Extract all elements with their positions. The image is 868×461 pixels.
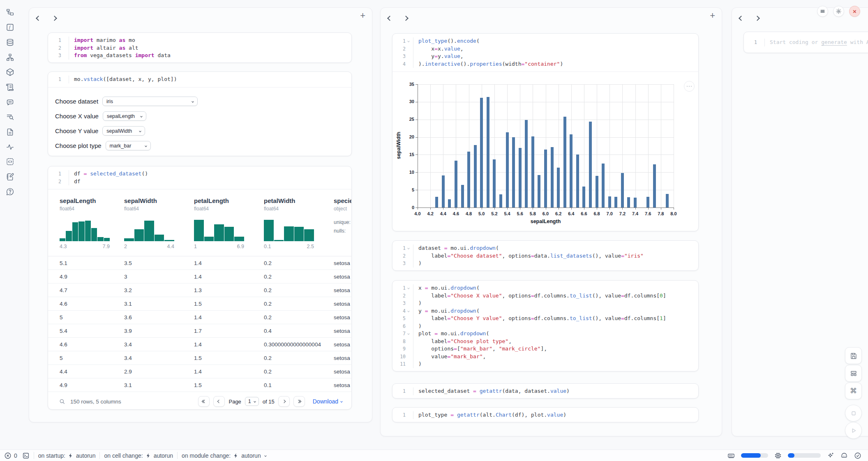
package-icon[interactable] xyxy=(5,67,15,77)
table-row[interactable]: 4.931.40.2setosa xyxy=(48,270,351,284)
search-outline-icon[interactable] xyxy=(5,112,15,122)
cell-dataset-dropdown[interactable]: 1dataset = mo.ui.dropdown(2 label="Choos… xyxy=(392,240,699,271)
table-cell: 0.2 xyxy=(264,369,334,375)
table-row[interactable]: 4.63.11.50.2setosa xyxy=(48,297,351,311)
nav-back-icon[interactable] xyxy=(388,14,392,22)
database-icon[interactable] xyxy=(5,37,15,47)
cell-selected-dataset[interactable]: 1selected_dataset = getattr(data, datase… xyxy=(392,383,699,399)
cell-scratch[interactable]: 1 Start coding or generate with AI. xyxy=(743,32,868,53)
hist-bar xyxy=(155,235,164,241)
run-button[interactable] xyxy=(845,422,862,439)
stop-button[interactable] xyxy=(845,405,862,422)
on-startup-setting[interactable]: on startup: autorun xyxy=(38,452,96,459)
help-icon[interactable] xyxy=(5,187,15,196)
code-line: 1plot_type = getattr(alt.Chart(df), plot… xyxy=(396,411,694,419)
documentation-icon[interactable] xyxy=(5,127,15,137)
cell-vstack[interactable]: 1mo.vstack([dataset, x, y, plot]) Choose… xyxy=(48,71,352,156)
chevron-down-icon xyxy=(264,454,267,457)
scratch-placeholder[interactable]: Start coding or generate with AI. xyxy=(764,39,868,46)
download-button[interactable]: Download xyxy=(313,398,342,405)
bar xyxy=(493,159,496,207)
cell-plot[interactable]: 1plot_type().encode(2 x=x.value,3 y=y.va… xyxy=(392,33,699,231)
add-cell-button[interactable]: + xyxy=(710,11,715,20)
connection-status-icon[interactable] xyxy=(854,452,861,459)
settings-button[interactable] xyxy=(833,6,844,17)
x-tick-label: 7.2 xyxy=(617,211,628,216)
dependency-graph-icon[interactable] xyxy=(5,52,15,62)
scratchpad-icon[interactable] xyxy=(5,172,15,182)
table-row[interactable]: 53.61.40.2setosa xyxy=(48,311,351,324)
copilot-button[interactable] xyxy=(840,452,848,459)
fold-chevron-icon[interactable] xyxy=(406,307,411,315)
y-tick-label: 10 xyxy=(402,170,414,175)
page-select[interactable]: 1 xyxy=(245,397,259,406)
close-panel-button[interactable]: × xyxy=(849,6,860,17)
nav-forward-icon[interactable] xyxy=(53,14,56,22)
on-module-change-setting[interactable]: on module change: autorun xyxy=(182,452,266,459)
keyboard-shortcuts-button[interactable]: ⌘ xyxy=(845,383,862,399)
table-cell: setosa xyxy=(334,341,352,348)
table-column-header: petalWidthfloat640.12.5 xyxy=(264,197,334,251)
bar xyxy=(589,122,592,207)
gridline xyxy=(635,84,636,207)
snippets-icon[interactable] xyxy=(5,82,15,92)
x-tick-label: 7.4 xyxy=(630,211,641,216)
bar xyxy=(531,136,534,207)
hist-bar xyxy=(264,220,274,241)
cell-dataframe[interactable]: 1df = selected_dataset()2df sepalLengthf… xyxy=(48,166,352,410)
hist-bar xyxy=(294,227,304,241)
save-button[interactable] xyxy=(845,347,862,364)
dropdown-value: mark_bar xyxy=(110,143,132,149)
last-page-button[interactable] xyxy=(293,396,305,407)
nav-forward-icon[interactable] xyxy=(755,14,759,22)
fold-chevron-icon[interactable] xyxy=(406,37,411,45)
menu-button[interactable] xyxy=(817,6,828,17)
table-row[interactable]: 4.73.21.30.2setosa xyxy=(48,284,351,297)
table-row[interactable]: 5.13.51.40.2setosa xyxy=(48,256,351,270)
line-number: 1 xyxy=(396,284,406,292)
cell-imports[interactable]: 1import marimo as mo2import altair as al… xyxy=(48,32,352,63)
nav-forward-icon[interactable] xyxy=(404,14,408,22)
bar xyxy=(602,164,605,207)
dropdown-choose-plot-type[interactable]: mark_bar xyxy=(106,141,151,150)
code-editor-icon[interactable] xyxy=(5,157,15,166)
function-icon[interactable]: f xyxy=(5,22,15,32)
ai-chat-icon[interactable] xyxy=(5,97,15,107)
dropdown-form: Choose datasetirisChoose X valuesepalLen… xyxy=(48,88,351,157)
hist-bar xyxy=(124,238,134,241)
first-page-button[interactable] xyxy=(198,396,210,407)
cell-plot-type[interactable]: 1plot_type = getattr(alt.Chart(df), plot… xyxy=(392,407,699,422)
table-row[interactable]: 4.63.41.40.30000000000000004setosa xyxy=(48,338,351,351)
file-tree-icon[interactable] xyxy=(5,7,15,17)
add-cell-button[interactable]: + xyxy=(360,11,365,20)
column-name: sepalLength xyxy=(60,197,124,205)
terminal-button[interactable] xyxy=(22,452,30,459)
bar-chart: 051015202530354.04.24.44.64.85.05.25.45.… xyxy=(392,72,698,231)
table-column-header: sepalWidthfloat6424.4 xyxy=(124,197,194,251)
layout-button[interactable] xyxy=(845,365,862,382)
fold-chevron-icon[interactable] xyxy=(406,284,411,292)
search-icon[interactable] xyxy=(59,398,65,405)
lightning-icon xyxy=(233,453,239,459)
prev-page-button[interactable] xyxy=(213,396,225,407)
bar xyxy=(563,117,566,207)
chart-actions-button[interactable] xyxy=(684,81,695,92)
fold-chevron-icon[interactable] xyxy=(406,244,411,252)
ai-sparkle-button[interactable] xyxy=(827,452,834,459)
dropdown-choose-x-value[interactable]: sepalLength xyxy=(103,111,146,121)
next-page-button[interactable] xyxy=(278,396,290,407)
table-row[interactable]: 53.41.50.2setosa xyxy=(48,351,351,365)
table-row[interactable]: 4.93.11.50.1setosa xyxy=(48,378,351,392)
table-row[interactable]: 4.42.91.40.2setosa xyxy=(48,365,351,378)
nav-back-icon[interactable] xyxy=(739,14,743,22)
on-cell-change-setting[interactable]: on cell change: autorun xyxy=(104,452,173,459)
table-cell: 2.9 xyxy=(124,369,194,375)
table-row[interactable]: 5.43.91.70.4setosa xyxy=(48,324,351,338)
dropdown-choose-dataset[interactable]: iris xyxy=(102,97,198,106)
tracing-icon[interactable] xyxy=(5,142,15,152)
error-counter[interactable]: 0 xyxy=(4,452,17,459)
dropdown-choose-y-value[interactable]: sepalWidth xyxy=(102,126,145,136)
fold-chevron-icon[interactable] xyxy=(406,330,411,338)
nav-back-icon[interactable] xyxy=(37,14,40,22)
cell-xy-plot-dropdowns[interactable]: 1x = mo.ui.dropdown(2 label="Choose X va… xyxy=(392,280,699,371)
